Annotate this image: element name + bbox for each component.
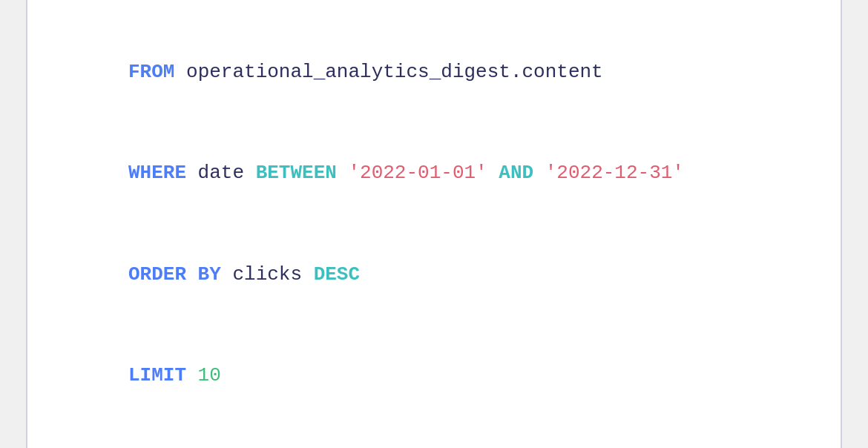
code-line-6: LIMIT 10 [69, 359, 799, 393]
keyword-orderby: ORDER BY [128, 263, 221, 286]
order-col: clicks [221, 263, 314, 286]
where-col: date [186, 162, 256, 184]
table-name: operational_analytics_digest.content [174, 61, 602, 83]
keyword-between: BETWEEN [256, 162, 337, 184]
code-block: WITH oa_digest_top_10 AS ( SELECT * FROM… [69, 0, 799, 448]
code-card: WITH oa_digest_top_10 AS ( SELECT * FROM… [26, 0, 842, 448]
keyword-and: AND [487, 162, 533, 184]
date-str-1: '2022-01-01' [337, 162, 487, 184]
keyword-from: FROM [128, 61, 174, 83]
keyword-desc: DESC [314, 263, 360, 286]
limit-number: 10 [186, 364, 221, 386]
date-str-2: '2022-12-31' [533, 162, 684, 184]
keyword-where: WHERE [128, 162, 186, 184]
code-line-5: ORDER BY clicks DESC [69, 258, 799, 292]
code-line-4: WHERE date BETWEEN '2022-01-01' AND '202… [69, 157, 799, 191]
keyword-limit: LIMIT [128, 364, 186, 386]
code-line-3: FROM operational_analytics_digest.conten… [69, 56, 799, 90]
